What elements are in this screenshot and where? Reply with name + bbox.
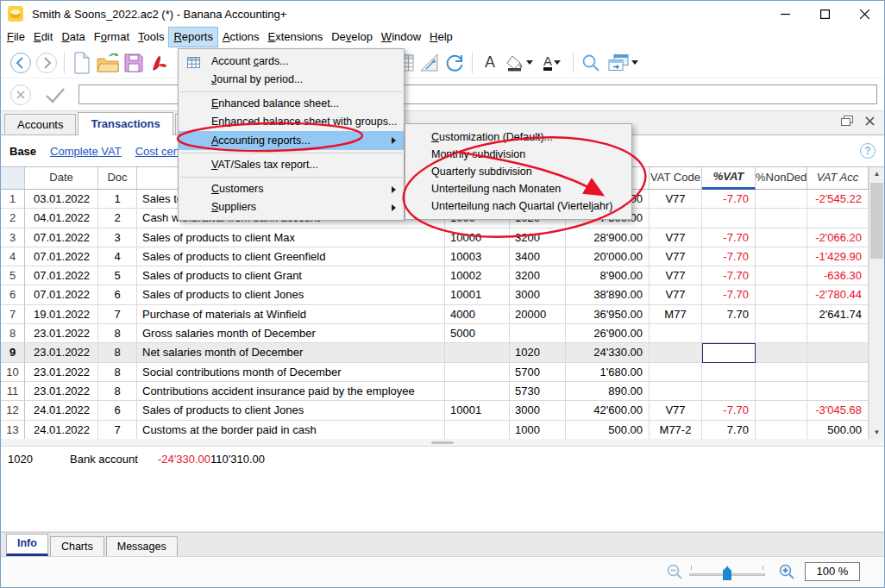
cell-r13-debit[interactable] xyxy=(445,421,510,440)
bottom-tab-info[interactable]: Info xyxy=(6,534,48,556)
float-pane-icon[interactable] xyxy=(840,115,854,129)
cell-r12-vat_acc[interactable]: -3'045.68 xyxy=(807,401,869,420)
cascade-windows-button[interactable] xyxy=(604,50,642,76)
cell-r3-pvat[interactable]: -7.70 xyxy=(702,228,756,247)
scroll-down-icon[interactable]: ▼ xyxy=(869,428,884,436)
cell-r12-vat_code[interactable]: V77 xyxy=(650,401,702,420)
cell-r10-num[interactable]: 10 xyxy=(1,363,25,382)
cell-r4-vat_acc[interactable]: -1'429.90 xyxy=(807,247,869,266)
cell-r4-credit[interactable]: 3400 xyxy=(510,247,566,266)
cell-r9-nonded[interactable] xyxy=(756,343,807,362)
cell-r1-vat_code[interactable]: V77 xyxy=(650,190,702,209)
page-setup-button[interactable] xyxy=(416,50,442,76)
cell-r8-vat_acc[interactable] xyxy=(807,324,869,343)
cell-r7-vat_acc[interactable]: 2'641.74 xyxy=(807,305,869,324)
tab-accounts[interactable]: Accounts xyxy=(4,114,76,134)
cell-r7-doc[interactable]: 7 xyxy=(98,305,137,324)
cell-r4-date[interactable]: 07.01.2022 xyxy=(25,247,98,266)
cell-r12-desc[interactable]: Sales of products to client Jones xyxy=(137,401,445,420)
font-button[interactable]: A xyxy=(477,50,503,76)
cell-r12-debit[interactable]: 10001 xyxy=(445,401,510,420)
help-icon[interactable]: ? xyxy=(860,143,876,159)
cell-r6-num[interactable]: 6 xyxy=(1,285,25,304)
cell-r12-nonded[interactable] xyxy=(756,401,807,420)
cell-r2-date[interactable]: 04.01.2022 xyxy=(25,209,98,228)
menubar-item-edit[interactable]: Edit xyxy=(29,27,57,47)
cell-r4-amount[interactable]: 20'000.00 xyxy=(566,247,650,266)
cell-r9-debit[interactable] xyxy=(445,343,510,362)
cell-r8-date[interactable]: 23.01.2022 xyxy=(25,324,98,343)
column-header-vat_acc[interactable]: VAT Acc xyxy=(807,167,869,190)
cell-r7-desc[interactable]: Purchase of materials at Winfield xyxy=(137,305,445,324)
cell-r10-pvat[interactable] xyxy=(702,363,756,382)
cell-r12-num[interactable]: 12 xyxy=(1,401,25,420)
cell-r2-vat_code[interactable] xyxy=(650,209,702,228)
cell-r2-num[interactable]: 2 xyxy=(1,209,25,228)
menubar-item-file[interactable]: File xyxy=(3,27,29,47)
column-header-vat_code[interactable]: VAT Code xyxy=(650,167,702,190)
cell-r8-desc[interactable]: Gross salaries month of December xyxy=(137,324,445,343)
reports-menu-item-suppliers[interactable]: Suppliers xyxy=(179,198,404,216)
cell-r4-pvat[interactable]: -7.70 xyxy=(702,247,756,266)
cell-r8-amount[interactable]: 26'900.00 xyxy=(566,324,650,343)
cell-r13-nonded[interactable] xyxy=(756,421,807,440)
close-button[interactable] xyxy=(844,1,884,27)
table-row-13[interactable]: 1324.01.20227Customs at the border paid … xyxy=(1,421,869,440)
cell-r7-debit[interactable]: 4000 xyxy=(445,305,510,324)
cell-r3-date[interactable]: 07.01.2022 xyxy=(25,228,98,247)
cell-r2-nonded[interactable] xyxy=(756,209,807,228)
menubar-item-help[interactable]: Help xyxy=(425,27,457,47)
column-header-pvat[interactable]: %VAT xyxy=(702,167,756,190)
splitter-handle[interactable] xyxy=(431,441,454,444)
search-button[interactable] xyxy=(578,50,604,76)
cell-r9-credit[interactable]: 1020 xyxy=(510,343,566,362)
cell-r5-date[interactable]: 07.01.2022 xyxy=(25,266,98,285)
cell-r13-desc[interactable]: Customs at the border paid in cash xyxy=(137,421,445,440)
scroll-up-icon[interactable]: ▲ xyxy=(869,170,884,178)
cell-r4-vat_code[interactable]: V77 xyxy=(650,247,702,266)
cell-r1-doc[interactable]: 1 xyxy=(98,190,137,209)
cell-r2-doc[interactable]: 2 xyxy=(98,209,137,228)
cell-r5-desc[interactable]: Sales of products to client Grant xyxy=(137,266,445,285)
cell-r10-debit[interactable] xyxy=(445,363,510,382)
cell-r6-doc[interactable]: 6 xyxy=(98,285,137,304)
cell-r6-amount[interactable]: 38'890.00 xyxy=(566,285,650,304)
cell-r11-date[interactable]: 23.01.2022 xyxy=(25,382,98,401)
table-row-11[interactable]: 1123.01.20228Contributions accident insu… xyxy=(1,382,869,401)
cell-r5-pvat[interactable]: -7.70 xyxy=(702,266,756,285)
cell-r3-amount[interactable]: 28'900.00 xyxy=(566,228,650,247)
cell-r5-vat_code[interactable]: V77 xyxy=(650,266,702,285)
cell-r1-vat_acc[interactable]: -2'545.22 xyxy=(807,190,869,209)
cell-r1-num[interactable]: 1 xyxy=(1,190,25,209)
pdf-export-button[interactable] xyxy=(147,50,173,76)
cell-r3-credit[interactable]: 3200 xyxy=(510,228,566,247)
cell-r9-vat_acc[interactable] xyxy=(807,343,869,362)
cell-r11-desc[interactable]: Contributions accident insurance paid by… xyxy=(137,382,445,401)
reports-menu-item-customers[interactable]: Customers xyxy=(179,180,404,198)
close-pane-icon[interactable] xyxy=(864,116,876,129)
cell-r13-vat_acc[interactable]: 500.00 xyxy=(807,421,869,440)
cell-r6-nonded[interactable] xyxy=(756,285,807,304)
cell-r12-credit[interactable]: 3000 xyxy=(510,401,566,420)
cell-r9-doc[interactable]: 8 xyxy=(98,343,137,362)
cell-r6-pvat[interactable]: -7.70 xyxy=(702,285,756,304)
menubar-item-reports[interactable]: Reports xyxy=(168,27,218,47)
cell-r13-credit[interactable]: 1000 xyxy=(510,421,566,440)
cell-r1-nonded[interactable] xyxy=(756,190,807,209)
scrollbar-thumb[interactable] xyxy=(870,183,883,259)
cell-r13-num[interactable]: 13 xyxy=(1,421,25,440)
tab-transactions[interactable]: Transactions xyxy=(78,112,173,135)
cell-r5-doc[interactable]: 5 xyxy=(98,266,137,285)
back-button[interactable] xyxy=(8,50,34,76)
cell-r12-doc[interactable]: 6 xyxy=(98,401,137,420)
cell-r5-nonded[interactable] xyxy=(756,266,807,285)
bottom-tab-messages[interactable]: Messages xyxy=(106,536,178,556)
cell-r3-num[interactable]: 3 xyxy=(1,228,25,247)
bottom-tab-charts[interactable]: Charts xyxy=(50,536,104,556)
cell-r6-credit[interactable]: 3000 xyxy=(510,285,566,304)
cell-r7-num[interactable]: 7 xyxy=(1,305,25,324)
minimize-button[interactable] xyxy=(765,1,805,27)
column-header-date[interactable]: Date xyxy=(25,167,98,190)
menubar-item-extensions[interactable]: Extensions xyxy=(264,27,328,47)
cell-r9-amount[interactable]: 24'330.00 xyxy=(566,343,650,362)
